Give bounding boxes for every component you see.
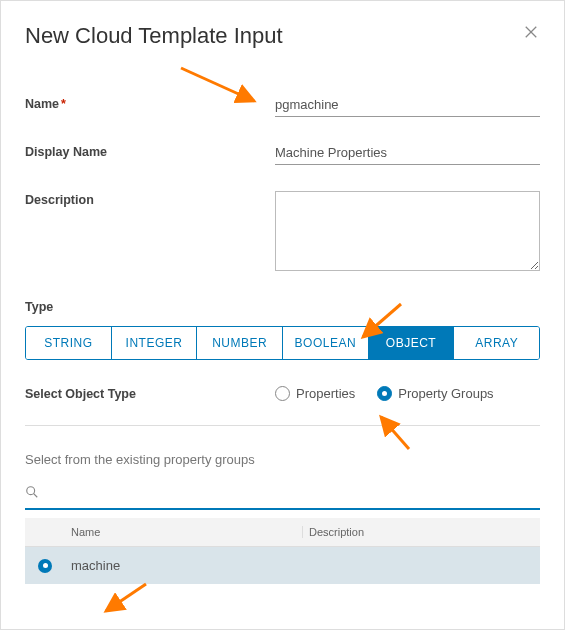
divider xyxy=(25,425,540,426)
name-label: Name* xyxy=(25,95,275,111)
row-radio[interactable] xyxy=(25,559,65,573)
svg-line-3 xyxy=(34,494,38,498)
display-name-label: Display Name xyxy=(25,143,275,159)
description-row: Description xyxy=(25,191,540,274)
col-select xyxy=(25,526,65,538)
display-name-row: Display Name xyxy=(25,143,540,165)
search-icon xyxy=(25,485,39,499)
name-input[interactable] xyxy=(275,95,540,117)
type-section: Type STRING INTEGER NUMBER BOOLEAN OBJEC… xyxy=(25,300,540,360)
radio-properties[interactable]: Properties xyxy=(275,386,355,401)
table-row[interactable]: machine xyxy=(25,547,540,584)
col-description-header[interactable]: Description xyxy=(302,526,540,538)
row-name: machine xyxy=(65,558,302,573)
description-textarea[interactable] xyxy=(275,191,540,271)
radio-property-groups-label: Property Groups xyxy=(398,386,493,401)
radio-icon xyxy=(275,386,290,401)
name-label-text: Name xyxy=(25,97,59,111)
dialog-header: New Cloud Template Input xyxy=(25,23,540,49)
close-button[interactable] xyxy=(522,23,540,41)
type-option-object[interactable]: OBJECT xyxy=(369,327,455,359)
svg-line-9 xyxy=(381,417,409,449)
description-label: Description xyxy=(25,191,275,207)
type-option-array[interactable]: ARRAY xyxy=(454,327,539,359)
radio-properties-label: Properties xyxy=(296,386,355,401)
svg-point-2 xyxy=(27,487,35,495)
name-row: Name* xyxy=(25,95,540,117)
search-input[interactable] xyxy=(25,483,540,510)
display-name-input[interactable] xyxy=(275,143,540,165)
required-asterisk: * xyxy=(61,97,66,111)
annotation-arrow-icon xyxy=(98,579,154,619)
radio-icon xyxy=(377,386,392,401)
type-option-number[interactable]: NUMBER xyxy=(197,327,283,359)
table-header: Name Description xyxy=(25,518,540,547)
dialog: New Cloud Template Input Name* Display N… xyxy=(0,0,565,630)
dialog-title: New Cloud Template Input xyxy=(25,23,283,49)
search-wrap xyxy=(25,483,540,510)
property-groups-heading: Select from the existing property groups xyxy=(25,452,540,467)
type-option-boolean[interactable]: BOOLEAN xyxy=(283,327,369,359)
annotation-arrow-icon xyxy=(371,411,421,455)
close-icon xyxy=(524,25,538,39)
type-option-string[interactable]: STRING xyxy=(26,327,112,359)
type-label: Type xyxy=(25,300,540,314)
radio-dot-icon xyxy=(38,559,52,573)
type-option-integer[interactable]: INTEGER xyxy=(112,327,198,359)
radio-property-groups[interactable]: Property Groups xyxy=(377,386,493,401)
svg-line-11 xyxy=(106,584,146,611)
object-type-row: Select Object Type Properties Property G… xyxy=(25,386,540,401)
col-name-header[interactable]: Name xyxy=(65,526,302,538)
object-type-label: Select Object Type xyxy=(25,387,275,401)
type-toggle-group: STRING INTEGER NUMBER BOOLEAN OBJECT ARR… xyxy=(25,326,540,360)
